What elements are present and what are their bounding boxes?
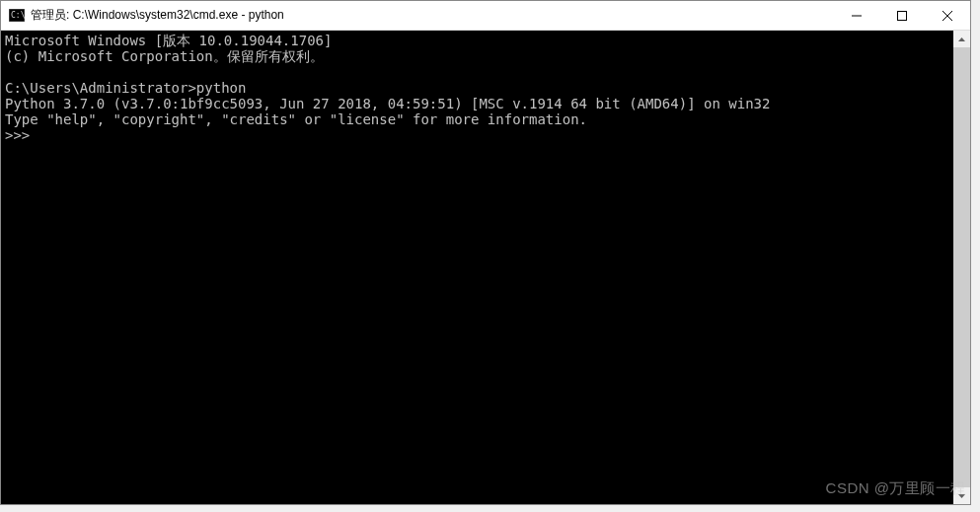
terminal-area: Microsoft Windows [版本 10.0.19044.1706] (… — [1, 31, 970, 504]
scroll-thumb[interactable] — [953, 47, 970, 487]
cmd-icon: C:\ — [9, 9, 25, 22]
svg-text:C:\: C:\ — [11, 11, 25, 20]
terminal-line: (c) Microsoft Corporation。保留所有权利。 — [5, 48, 324, 64]
svg-marker-6 — [958, 37, 965, 41]
svg-rect-3 — [898, 11, 907, 20]
terminal-output[interactable]: Microsoft Windows [版本 10.0.19044.1706] (… — [1, 31, 953, 504]
terminal-line: C:\Users\Administrator>python — [5, 80, 246, 96]
scroll-up-arrow[interactable] — [953, 31, 970, 47]
repl-prompt: >>> — [5, 127, 38, 143]
scroll-track[interactable] — [953, 47, 970, 487]
terminal-line: Microsoft Windows [版本 10.0.19044.1706] — [5, 33, 332, 48]
window-title: 管理员: C:\Windows\system32\cmd.exe - pytho… — [31, 7, 834, 24]
terminal-line: Python 3.7.0 (v3.7.0:1bf9cc5093, Jun 27 … — [5, 96, 770, 111]
vertical-scrollbar[interactable] — [953, 31, 970, 504]
window-controls — [834, 1, 970, 30]
maximize-button[interactable] — [879, 1, 925, 30]
cmd-window: C:\ 管理员: C:\Windows\system32\cmd.exe - p… — [0, 0, 971, 505]
titlebar[interactable]: C:\ 管理员: C:\Windows\system32\cmd.exe - p… — [1, 1, 970, 31]
svg-marker-7 — [958, 494, 965, 498]
minimize-button[interactable] — [834, 1, 879, 30]
terminal-line: Type "help", "copyright", "credits" or "… — [5, 111, 587, 127]
scroll-down-arrow[interactable] — [953, 487, 970, 504]
close-button[interactable] — [925, 1, 970, 30]
